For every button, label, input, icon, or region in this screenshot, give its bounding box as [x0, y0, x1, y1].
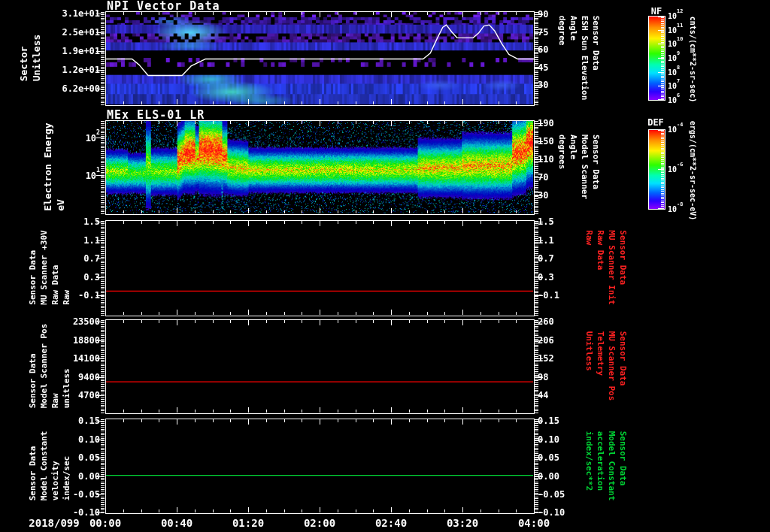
colorbar-tick-label: 107 [668, 82, 680, 90]
y-tick-label: 190 [538, 119, 554, 128]
panel4-right-axis-title: Sensor Data MU Scanner Pos Telemetry Uni… [584, 331, 628, 401]
y-tick-label: 0.00 [0, 472, 100, 481]
colorbar-nf-units: cnts/(cm**2-sr-sec) [689, 17, 697, 102]
y-tick-label: 1.1 [0, 236, 100, 245]
y-tick-label: 0.05 [538, 453, 559, 462]
axis-label-line: Sensor Data [618, 431, 628, 501]
axis-label-line: index/sec**2 [584, 431, 594, 501]
axis-label-line: Raw [584, 230, 594, 304]
y-tick-label: -0.05 [538, 490, 565, 499]
panel1-title: NPI Vector Data [107, 1, 220, 12]
plot-window: NPI Vector Data MEx ELS-01 LR Sector Uni… [0, 0, 770, 532]
axis-label-line: Sensor Data [591, 16, 601, 101]
x-tick-label: 00:00 [89, 518, 121, 528]
y-tick-label: 0.05 [0, 453, 100, 462]
y-tick-label: 0.10 [0, 435, 100, 444]
axis-label-line: MU Scanner Init [607, 230, 617, 304]
colorbar-def-title: DEF [647, 118, 664, 127]
y-tick-label: 30 [538, 80, 548, 89]
axis-label-line: degrees [557, 135, 567, 199]
plot-canvas [0, 0, 770, 532]
x-axis-date-label: 2018/099 [29, 518, 79, 528]
y-tick-label: 1.5 [538, 217, 554, 226]
x-tick-label: 01:20 [232, 518, 264, 528]
y-tick-label: 70 [538, 173, 548, 182]
y-tick-label: 75 [538, 28, 548, 37]
y-tick-label: 152 [538, 354, 554, 363]
colorbar-tick-label: 106 [668, 95, 680, 104]
x-tick-label: 03:20 [447, 518, 478, 528]
colorbar-nf-title: NF [651, 7, 662, 16]
axis-label-line: Angle [568, 135, 578, 199]
colorbar-tick-label: 1012 [668, 11, 683, 20]
axis-label-line: ESH Sun Elevation [580, 16, 590, 101]
y-tick-label: 1.1 [538, 236, 554, 245]
y-tick-label: 60 [538, 45, 548, 54]
y-tick-label: 0.15 [538, 416, 559, 425]
y-tick-label: 9400 [0, 373, 100, 382]
y-tick-label: 2.5e+01 [0, 28, 100, 37]
panel1-right-axis-title: Sensor Data ESH Sun Elevation Angle degr… [557, 16, 601, 101]
axis-label-line: acceleration [596, 431, 605, 501]
y-tick-label: 0.00 [538, 472, 559, 481]
y-tick-label: 150 [538, 137, 554, 146]
y-tick-label: -0.10 [538, 508, 565, 517]
colorbar-tick-label: 109 [668, 53, 680, 62]
axis-label-line: Unitless [584, 331, 594, 401]
y-tick-label: 4700 [0, 391, 100, 400]
axis-label-line: Model Constant [607, 431, 617, 501]
axis-label-line: MU Scanner Pos [607, 331, 617, 401]
y-tick-label: 0.3 [0, 273, 100, 282]
x-tick-label: 00:40 [161, 518, 192, 528]
axis-label-line: Angle [568, 16, 578, 101]
colorbar-tick-label: 1010 [668, 40, 683, 48]
y-tick-label: 0.3 [538, 273, 554, 282]
y-tick-label: 0.7 [538, 254, 554, 263]
y-tick-label: 98 [538, 373, 548, 382]
y-tick-label: 1.9e+01 [0, 47, 100, 56]
y-tick-label: 18800 [0, 336, 100, 345]
panel3-right-axis-title: Sensor Data MU Scanner Init Raw Data Raw [584, 230, 628, 304]
colorbar-tick-label: 10-8 [668, 204, 683, 213]
axis-label-line: Telemetry [596, 331, 605, 401]
axis-label-line: degree [557, 16, 567, 101]
panel2-title: MEx ELS-01 LR [107, 110, 205, 121]
y-tick-label: 6.2e+00 [0, 84, 100, 93]
y-tick-label: -0.10 [0, 508, 100, 517]
y-tick-label: 23500 [0, 317, 100, 326]
y-tick-label: 90 [538, 10, 548, 19]
y-tick-label: 44 [538, 391, 548, 400]
axis-label-line: Raw Data [596, 230, 605, 304]
y-tick-label: 14100 [0, 354, 100, 363]
y-tick-label: 206 [538, 336, 554, 345]
colorbar-def-units: ergs/(cm**2-sr-sec-eV) [689, 121, 697, 220]
x-tick-label: 02:00 [304, 518, 335, 528]
panel2-right-axis-title: Sensor Data Model Scanner Angle degrees [557, 135, 601, 199]
y-tick-label: -0.1 [0, 291, 100, 300]
axis-label-line: Sensor Data [618, 230, 628, 304]
y-tick-label: 110 [538, 155, 554, 164]
x-tick-label: 04:00 [518, 518, 550, 528]
x-tick-label: 02:40 [375, 518, 407, 528]
y-tick-label: 45 [538, 63, 548, 72]
y-tick-label: -0.1 [538, 291, 559, 300]
y-tick-label: 1.2e+01 [0, 65, 100, 74]
panel5-right-axis-title: Sensor Data Model Constant acceleration … [584, 431, 628, 501]
y-tick-label: 30 [538, 191, 548, 200]
y-tick-label: 0.10 [538, 435, 559, 444]
y-tick-label: 3.1e+01 [0, 9, 100, 18]
colorbar-tick-label: 10-4 [668, 125, 683, 133]
y-tick-label: 0.15 [0, 416, 100, 425]
y-tick-label: 1.5 [0, 217, 100, 226]
y-tick-label: 0.7 [0, 254, 100, 263]
axis-label-line: Sensor Data [618, 331, 628, 401]
y-tick-label: 260 [538, 317, 554, 326]
axis-label-line: Sensor Data [591, 135, 601, 199]
y-tick-label: -0.05 [0, 490, 100, 499]
colorbar-tick-label: 108 [668, 68, 680, 76]
y-tick-label: 101 [0, 170, 100, 180]
axis-label-line: Model Scanner [580, 135, 590, 199]
y-tick-label: 102 [0, 132, 100, 143]
colorbar-tick-label: 1011 [668, 26, 683, 34]
colorbar-tick-label: 10-6 [668, 165, 683, 173]
